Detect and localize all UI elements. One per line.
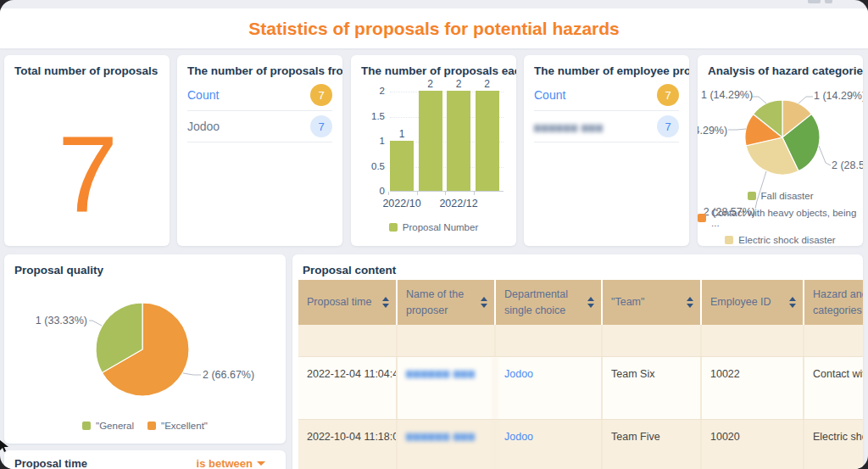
count-link[interactable]: Count [534,88,565,102]
column-header-label: "Team" [611,294,644,310]
legend-item: Contact with heavy objects, being ... [698,208,863,228]
proposal-table: Proposal timeName of the proposerDepartm… [298,280,863,469]
table-cell [298,325,398,356]
card-title: The number of proposals from ea... [187,64,342,77]
column-header-label: Employee ID [710,294,771,310]
card-title: Analysis of hazard categories [708,64,863,77]
bar-plot: 1222 [390,92,504,192]
monthly-bar-chart[interactable]: 21.510.50 1222 2022/102022/12 [361,86,510,213]
legend-swatch [698,214,706,222]
redacted-employee-name: ▆▆▆▆▆▆ ▆▆▆ [534,122,604,131]
pie-label: 2 (66.67%) [203,369,254,381]
table-header-row: Proposal timeName of the proposerDepartm… [298,280,863,325]
column-header-label: Proposal time [307,294,371,310]
list-item: Count 7 [187,80,332,111]
bar-legend: Proposal Number [351,222,516,232]
column-header[interactable]: Employee ID [702,280,804,325]
department-link-cell[interactable]: Jodoo [496,357,603,419]
department-link-cell[interactable]: Jodoo [496,420,603,469]
mouse-cursor [0,440,9,452]
legend-item: "General [82,421,134,431]
count-badge: 7 [657,84,679,106]
legend-label: "Excellent" [161,421,208,431]
legend-label: Fall disaster [761,191,814,201]
table-cell [603,325,702,356]
sort-icon[interactable] [687,297,693,308]
table-cell: Electric shock disaster [804,420,863,469]
redacted-name-cell: ▆▆▆▆▆▆ ▆▆▆ [398,357,496,419]
quality-legend: "General "Excellent" [4,421,286,431]
bar-value-label: 2 [447,78,470,90]
table-cell [496,325,603,356]
axis-tick [417,192,418,195]
card-proposal-time-filter: Proposal time is between [4,450,286,469]
dashboard: Statistics of proposals for potential ha… [0,0,868,469]
table-cell [702,325,804,356]
legend-swatch [725,236,733,244]
legend-label: Electric shock disaster [738,235,835,245]
bar [447,91,470,191]
bar [390,141,414,191]
column-header[interactable]: Hazard and hidden danger categories [804,280,863,325]
axis-tick [474,192,475,195]
legend-label: Proposal Number [403,222,478,232]
y-tick-label: 0.5 [361,161,385,171]
table-cell: Team Six [603,357,702,419]
table-row: 2022-12-04 11:04:48▆▆▆▆▆▆ ▆▆▆JodooTeam S… [298,357,863,420]
source-label: Jodoo [187,120,220,133]
column-header[interactable]: Departmental single choice [496,280,603,325]
y-tick-label: 1 [361,136,385,146]
hazard-legend: Fall disaster Contact with heavy objects… [698,191,863,246]
bar [419,91,442,191]
pie-label: 2 (28.57%) [832,159,863,171]
y-tick-label: 2 [361,86,385,96]
table-cell: 10020 [702,420,804,469]
bar-x-axis: 2022/102022/12 [390,198,504,211]
pie-label: 1 (14.29%) [701,89,753,101]
chevron-down-icon [257,461,265,466]
legend-item: Electric shock disaster [698,235,863,245]
quality-pie-chart[interactable]: 1 (33.33%) 2 (66.67%) [4,297,286,441]
y-tick-label: 1.5 [361,111,385,121]
table-cell: 2022-10-04 11:18:06 [298,420,398,469]
filter-operator-value: is between [197,457,253,469]
sort-icon[interactable] [587,297,594,308]
legend-label: Contact with heavy objects, being ... [711,208,863,228]
dashboard-header: Statistics of proposals for potential ha… [0,8,868,48]
sort-icon[interactable] [789,297,796,308]
column-header-label: Hazard and hidden danger categories [813,287,863,319]
axis-tick [388,192,389,195]
sort-icon[interactable] [382,297,389,308]
table-row [298,325,863,357]
y-tick-label: 0 [361,186,385,196]
card-title: Proposal quality [14,264,103,276]
total-proposals-value: 7 [4,91,170,246]
column-header[interactable]: "Team" [603,280,702,325]
card-total-proposals: Total number of proposals 7 [4,55,170,246]
table-cell: 10022 [702,357,804,419]
card-proposal-quality: Proposal quality 1 (33.33%) 2 (66.67%) "… [4,254,286,444]
x-tick-label: 2022/10 [376,198,427,209]
legend-label: "General [96,421,134,431]
list-item: ▆▆▆▆▆▆ ▆▆▆ 7 [534,111,679,142]
column-header-label: Departmental single choice [504,287,582,319]
window-control-remnant-icon [825,0,832,3]
redacted-name-cell: ▆▆▆▆▆▆ ▆▆▆ [398,420,496,469]
legend-swatch [82,422,91,430]
count-link[interactable]: Count [187,88,219,102]
card-title: Total number of proposals [14,64,158,77]
column-header[interactable]: Name of the proposer [398,280,496,325]
bar-value-label: 2 [476,78,499,90]
filter-operator-dropdown[interactable]: is between [197,457,265,469]
bar-value-label: 1 [390,128,414,140]
card-title: The number of proposals each m... [361,64,516,77]
card-hazard-analysis: Analysis of hazard categories 1 (14.29%)… [698,55,863,246]
sort-icon[interactable] [481,297,487,308]
legend-swatch [748,192,756,200]
card-title: The number of employee proposals [534,64,689,77]
column-header[interactable]: Proposal time [298,280,398,325]
table-row: 2022-10-04 11:18:06▆▆▆▆▆▆ ▆▆▆JodooTeam F… [298,420,863,469]
axis-tick [445,192,446,195]
card-proposals-each-month: The number of proposals each m... 21.510… [351,55,516,246]
card-proposals-from-each: The number of proposals from ea... Count… [177,55,342,246]
